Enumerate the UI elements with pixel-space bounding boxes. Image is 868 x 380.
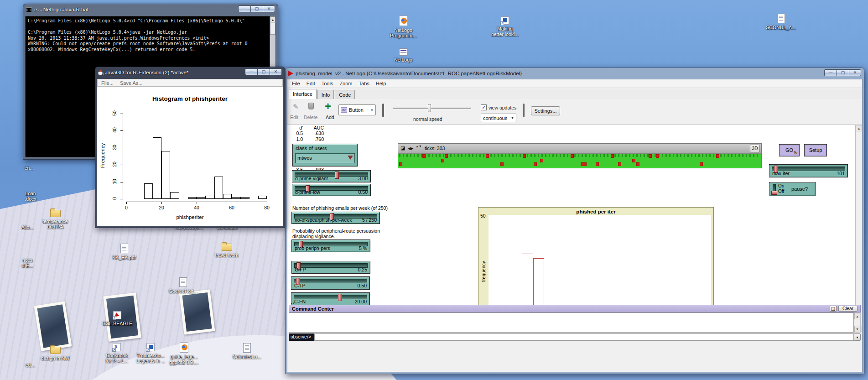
settings-button[interactable]: Settings... [531,106,560,115]
minimize-button[interactable]: — [824,69,837,76]
desktop-icon-sconul-a-[interactable]: SCONUL_A... [759,14,803,30]
cc-output-scrollbar[interactable]: ▲ ▼ [854,312,861,333]
switch-handle[interactable] [771,191,777,195]
netlogo-interface-canvas: class-of-usersmtwosd'AUC0.5.6381.0.7601.… [287,125,862,332]
update-mode-dropdown[interactable]: continuous ▼ [481,114,516,122]
pause-switch[interactable]: OnOffpause? [769,182,816,196]
maximize-button[interactable]: ▢ [250,5,263,12]
agent-glyph [461,154,463,157]
desktop-icon-ed-[interactable]: ed... [8,362,52,368]
speed-slider-handle[interactable] [428,104,431,112]
slider-c-fp[interactable]: C-FP0.25 [291,261,370,274]
cmd-titlebar[interactable]: C:\ rs - Netlogo-Java-R.bat — ▢ ✕ [23,4,278,15]
menu-tabs[interactable]: Tabs [356,80,372,87]
netlogo-titlebar[interactable]: phishing_model_v2 - NetLogo {C:\Users\ka… [286,68,864,79]
world-view-canvas[interactable] [398,154,761,168]
tab-info[interactable]: Info [317,90,334,99]
edit-icon[interactable]: ✎ [293,103,299,111]
desktop-icon-travel-work[interactable]: travel work [205,244,249,258]
menu-zoom[interactable]: Zoom [337,80,355,87]
cmd-console-text: C:\Program Files (x86)\NetLogo 5.0.4>cd … [28,18,267,52]
agent-glyph [600,154,601,157]
netlogo-menubar: FileEditToolsZoomTabsHelp [287,79,862,88]
command-center-popout-icon[interactable]: ◲ [830,306,837,312]
scroll-up-arrow[interactable]: ▲ [854,313,860,319]
world-view[interactable]: ◪◀▶▲ ▼ticks: 3033D [398,143,762,168]
maximize-button[interactable]: ▢ [837,69,849,76]
widget-type-dropdown[interactable]: abc Button ▼ [338,104,376,115]
agent-glyph [472,154,473,157]
interface-vertical-scrollbar[interactable]: ▲ ▼ [855,125,862,332]
3d-button[interactable]: 3D [750,145,760,152]
slider-d-prime-vigilant[interactable]: d-prime-vigilant3.00 [292,170,371,182]
add-icon[interactable]: + [325,100,331,113]
slider-d-prime-low[interactable]: d-prime-low0.50 [292,184,371,196]
agent-glyph [410,154,411,157]
slider-label: d-prime-low [295,189,320,195]
red-agent-square [656,154,659,158]
desktop-icon-nces[interactable]: ncesd E... [5,257,49,268]
delete-icon[interactable] [308,103,314,109]
view-updates-checkbox[interactable]: ✓ [481,104,487,110]
menu-file[interactable]: File [289,80,303,87]
scroll-thumb[interactable] [270,23,275,35]
tab-interface[interactable]: Interface [289,89,317,99]
slider-no-of-spearphish-per-week[interactable]: no-of-spearphish-per-week5 / 250 [291,212,380,224]
desktop-icon-loan[interactable]: Loan.docx [9,191,52,202]
speed-slider-track[interactable] [393,108,471,109]
minimize-button[interactable]: — [238,5,250,12]
slider-max-iter[interactable]: max-iter101 [769,164,848,177]
desktop-icon-ccl-beagle[interactable]: ↗CCL-BEAGLE [95,311,139,326]
scroll-up-arrow[interactable]: ▲ [856,125,862,131]
desktop-icon-en-[interactable]: en... [7,165,51,171]
chooser-field[interactable]: mtwos [295,153,355,163]
slider-prob-periph-pers[interactable]: prob-periph-pers5 % [291,239,370,252]
agent-glyph [498,154,499,157]
agent-glyph [457,154,459,157]
histogram-bar [170,192,179,199]
close-button[interactable]: ✕ [270,68,282,75]
view-zoom-icon: ◪ [400,145,405,151]
agent-glyph [589,154,590,157]
class-of-users-chooser[interactable]: class-of-usersmtwos [292,144,358,167]
desktop-icon-kk-ek-pdf[interactable]: KK_EK.pdf [102,244,146,260]
desktop-icon-design-in-nw[interactable]: design in NW [33,347,77,361]
desktop-icon-cabraleslu-[interactable]: CabralesLu... [225,343,269,359]
slider-c-tp[interactable]: C-TP0.50 [291,276,370,290]
agent-glyph [527,154,528,157]
desktop-icon-goereeholt-[interactable]: GoereeHolt... [161,277,205,294]
minimize-button[interactable]: — [245,68,257,75]
agent-glyph [706,154,707,157]
scroll-up-arrow[interactable]: ▲ [270,16,275,22]
desktop-icon-guide-lege-[interactable]: guide_lege...ggplot2 0.9.... [162,342,206,365]
histogram-bar [232,197,240,199]
desktop-icon-temperance[interactable]: temperanceand RA [33,210,77,229]
desktop-icon-netlogo[interactable]: NetLogoProgramm... [381,16,425,38]
setup-button[interactable]: Setup [804,144,827,156]
forever-icon: ↻ [794,151,798,156]
toolbar-separator [382,104,384,117]
slider-value: 0.25 [358,267,367,272]
command-center-output[interactable] [289,312,854,333]
command-input[interactable] [314,333,854,341]
scroll-down-arrow[interactable]: ▼ [854,326,860,332]
agent-glyph [603,154,605,157]
javagd-titlebar[interactable]: JavaGD for R-Extension (2) *active* — ▢ … [95,67,285,78]
menu-help[interactable]: Help [373,80,389,87]
desktop-icon-netlogo[interactable]: NetLogo [381,48,425,62]
agent-glyph [560,154,561,157]
close-button[interactable]: ✕ [263,5,275,12]
menu-edit[interactable]: Edit [304,80,318,87]
command-history-dropdown[interactable]: ▼ [854,333,861,341]
clear-button[interactable]: Clear [838,306,858,312]
go-button[interactable]: GO↻ [779,144,800,156]
slider-c-fn[interactable]: C-FN20.00 [291,292,370,306]
menu-tools[interactable]: Tools [319,80,336,87]
desktop-icon-making[interactable]: ↗Makingbetter looki... [483,16,527,37]
close-button[interactable]: ✕ [849,69,861,76]
slider-label: C-FN [294,299,306,304]
javagd-menu-file[interactable]: File... [101,80,114,86]
maximize-button[interactable]: ▢ [257,68,270,75]
tab-code[interactable]: Code [335,90,355,99]
javagd-menu-saveas[interactable]: Save As... [120,80,143,86]
